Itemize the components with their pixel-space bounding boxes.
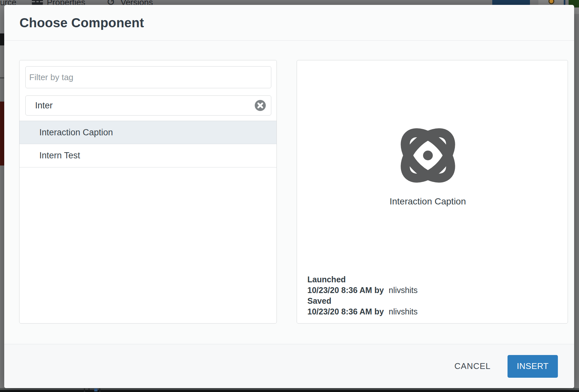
preview-content: Interaction Caption [297, 123, 559, 207]
background-primary-button [492, 0, 530, 5]
saved-date: 10/23/20 8:36 AM by [307, 307, 384, 316]
preview-metadata: Launched 10/23/20 8:36 AM bynlivshits Sa… [307, 274, 418, 317]
background-divider [0, 77, 4, 79]
background-divider [564, 0, 565, 5]
tab-properties[interactable]: Properties [47, 0, 85, 5]
background-dot [84, 391, 85, 392]
dialog-footer: CANCEL INSERT [4, 344, 574, 388]
list-item-label: Interaction Caption [39, 128, 113, 137]
component-search-input[interactable] [25, 95, 271, 116]
filter-section [19, 60, 277, 121]
list-item-label: Intern Test [39, 151, 80, 160]
launched-user: nlivshits [389, 286, 418, 295]
tag-filter-input[interactable] [25, 66, 271, 88]
toolbox-icon [31, 0, 44, 5]
dialog-header: Choose Component [4, 5, 574, 41]
cancel-button[interactable]: CANCEL [453, 358, 492, 374]
launched-line: 10/23/20 8:36 AM bynlivshits [307, 285, 418, 296]
background-left-strip [0, 45, 4, 77]
atom-icon [395, 123, 460, 188]
history-icon: ↺ [107, 0, 115, 5]
insert-button[interactable]: INSERT [508, 355, 558, 378]
launched-label: Launched [307, 274, 418, 285]
dialog-title: Choose Component [19, 16, 144, 30]
background-toolbar: urce Properties ↺ Versions [0, 0, 579, 5]
choose-component-dialog: Choose Component Interaction Caption Int… [4, 5, 574, 388]
component-list: Interaction Caption Intern Test [19, 121, 277, 167]
list-item-interaction-caption[interactable]: Interaction Caption [19, 121, 277, 144]
tab-versions[interactable]: Versions [121, 0, 153, 5]
saved-user: nlivshits [389, 307, 418, 316]
preview-component-name: Interaction Caption [297, 196, 559, 207]
list-item-intern-test[interactable]: Intern Test [19, 144, 277, 167]
background-dot [99, 391, 100, 392]
circle-x-icon [255, 100, 266, 111]
background-left-strip [0, 5, 4, 33]
launched-date: 10/23/20 8:36 AM by [307, 286, 384, 295]
background-dot [84, 388, 85, 390]
background-bracket-glyph [0, 33, 4, 45]
saved-line: 10/23/20 8:36 AM bynlivshits [307, 306, 418, 317]
background-bottom-bar [0, 390, 579, 392]
component-preview-panel: Interaction Caption Launched 10/23/20 8:… [297, 60, 568, 324]
background-right-strip [574, 7, 579, 14]
background-dot [99, 388, 100, 390]
tab-source[interactable]: urce [0, 0, 17, 5]
background-dot [88, 388, 90, 390]
saved-label: Saved [307, 296, 418, 306]
clear-search-button[interactable] [255, 100, 266, 111]
component-list-panel: Interaction Caption Intern Test [19, 60, 277, 324]
background-blue-element [94, 388, 97, 391]
background-maroon-block [0, 102, 4, 165]
